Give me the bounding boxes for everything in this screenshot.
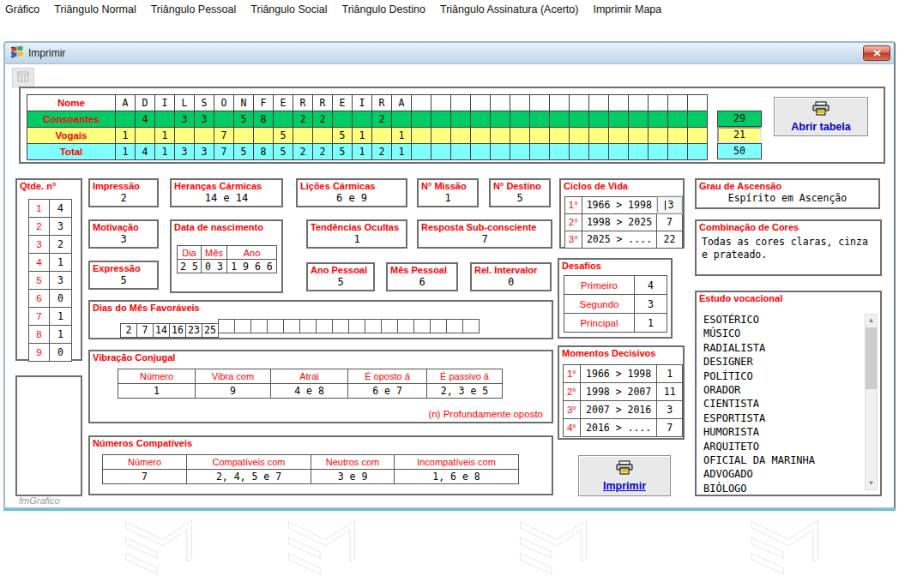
qtde-count: 0	[50, 344, 72, 362]
row-label: Nome	[27, 95, 116, 111]
ciclos-table: 1°1966 > 199832°1998 > 202573°2025 > ...…	[564, 195, 683, 249]
desafio-row: Principal1	[564, 314, 667, 333]
vocacional-item[interactable]: ORADOR	[700, 383, 863, 397]
vibracao-value: 4 e 8	[271, 384, 348, 399]
period-range: 2025 > ....	[582, 231, 657, 248]
vocacional-item[interactable]: DESIGNER	[700, 355, 863, 369]
qtde-row: 14	[29, 200, 72, 218]
vibracao-box: Vibração Conjugal NúmeroVibra comAtraiÉ …	[88, 350, 553, 423]
value-cell	[214, 111, 234, 128]
compativeis-table: NúmeroCompatíveis comNeutros comIncompat…	[102, 454, 519, 484]
value-cell: 4	[136, 144, 155, 160]
value-cell: 1	[392, 144, 412, 160]
value-cell	[234, 128, 254, 144]
period-ordinal: 2°	[564, 383, 581, 401]
name-table-row-consoantes: Consoantes43358222	[27, 111, 708, 128]
letter-cell: A	[116, 95, 136, 111]
desafios-box: Desafios Primeiro4Segundo3Principal1	[558, 258, 673, 339]
total-vogais[interactable]: 21	[717, 127, 762, 143]
value-cell	[589, 111, 609, 128]
nascimento-title: Data de nascimento	[172, 221, 281, 232]
dia-cell	[413, 319, 431, 333]
letter-cell: O	[214, 95, 234, 111]
row-label: Consoantes	[27, 111, 116, 128]
vocacional-item[interactable]: BIÓLOGO	[700, 482, 863, 493]
qtde-number: 6	[29, 290, 50, 308]
dia-cell	[283, 319, 300, 333]
imprimir-button[interactable]: Imprimir	[578, 455, 671, 496]
mes-pessoal-title: Mês Pessoal	[388, 264, 456, 275]
printer-icon	[811, 101, 830, 119]
value-cell	[274, 111, 293, 128]
vocacional-item[interactable]: OFICIAL DA MARINHA	[700, 453, 863, 467]
desafio-value: 1	[635, 314, 667, 333]
expressao-title: Expressão	[90, 262, 157, 273]
value-cell	[175, 128, 195, 144]
desafios-title: Desafios	[559, 260, 671, 271]
qtde-number: 7	[29, 308, 50, 326]
title-bar[interactable]: Imprimir	[5, 43, 894, 64]
close-button[interactable]	[863, 45, 890, 61]
qtde-count: 2	[50, 236, 72, 254]
value-cell	[412, 144, 431, 160]
value-cell	[510, 111, 530, 128]
nascimento-value: 2 5	[178, 260, 202, 273]
dia-cell: 23	[185, 323, 202, 338]
watermark-logo	[86, 513, 232, 579]
period-range: 1998 > 2025	[582, 213, 657, 231]
scroll-down-icon[interactable]: ▼	[866, 477, 877, 489]
vocacional-item[interactable]: ESOTÉRICO	[700, 313, 863, 327]
vocacional-item[interactable]: ADVOGADO	[700, 467, 863, 481]
form-grid-icon	[17, 70, 29, 86]
dia-cell	[234, 319, 251, 333]
scrollbar-thumb[interactable]	[866, 327, 877, 389]
vocacional-item[interactable]: ESPORTISTA	[700, 411, 863, 425]
value-cell	[589, 128, 609, 144]
menu-item-6[interactable]: Imprimir Mapa	[593, 3, 661, 15]
rel-intervalor-box: Rel. Intervalor 0	[470, 262, 552, 291]
qtde-row: 90	[29, 344, 72, 362]
licoes-box: Lições Cármicas 6 e 9	[296, 178, 407, 207]
value-cell: 3	[175, 144, 195, 160]
letter-cell	[609, 95, 629, 111]
grau-box: Grau de Ascensão Espírito em Ascenção	[695, 178, 880, 209]
value-cell: 3	[175, 111, 195, 128]
menu-item-4[interactable]: Triângulo Destino	[341, 3, 425, 15]
value-cell	[530, 111, 550, 128]
desafio-label: Segundo	[564, 295, 635, 314]
value-cell	[570, 144, 589, 160]
destino-title: N° Destino	[491, 180, 549, 191]
value-cell: 2	[372, 111, 392, 128]
value-cell: 2	[372, 144, 392, 160]
value-cell	[431, 128, 451, 144]
vocacional-scrollbar[interactable]: ▲ ▼	[865, 314, 878, 490]
qtde-count: 0	[50, 290, 72, 308]
compativeis-value: 3 e 9	[311, 470, 395, 484]
missao-box: N° Missão 1	[417, 178, 479, 207]
desafio-row: Segundo3	[564, 295, 667, 314]
scroll-up-icon[interactable]: ▲	[866, 315, 877, 327]
menu-item-1[interactable]: Triângulo Normal	[54, 3, 136, 15]
total-total: 50	[717, 143, 762, 159]
compativeis-value: 7	[103, 470, 187, 484]
vocacional-item[interactable]: CIENTISTA	[700, 397, 863, 411]
row-label: Vogais	[27, 128, 116, 144]
menu-item-0[interactable]: Gráfico	[5, 3, 39, 15]
menu-item-2[interactable]: Triângulo Pessoal	[151, 3, 237, 15]
rel-intervalor-title: Rel. Intervalor	[472, 264, 550, 275]
menu-item-5[interactable]: Triângulo Assinatura (Acerto)	[440, 3, 578, 15]
value-cell	[510, 144, 530, 160]
vocacional-item[interactable]: HUMORISTA	[700, 425, 863, 439]
vocacional-item[interactable]: ARQUITETO	[700, 440, 863, 453]
abrir-tabela-button[interactable]: Abrir tabela	[774, 97, 868, 136]
dias-box: Dias do Mês Favoráveis 2714162325	[88, 300, 553, 339]
qtde-row: 41	[29, 254, 72, 272]
menu-item-3[interactable]: Triângulo Social	[250, 3, 327, 15]
period-value[interactable]: 3	[657, 196, 682, 213]
vocacional-item[interactable]: MÚSICO	[700, 327, 863, 340]
vocacional-item[interactable]: POLÍTICO	[700, 369, 863, 383]
vocacional-item[interactable]: RADIALISTA	[700, 341, 863, 355]
qtde-row: 32	[29, 236, 72, 254]
dias-title: Dias do Mês Favoráveis	[90, 302, 552, 313]
grid-toolbar-button[interactable]	[12, 68, 34, 87]
